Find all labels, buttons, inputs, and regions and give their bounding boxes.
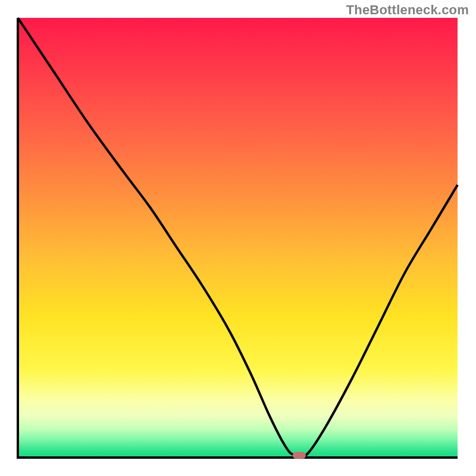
- chart-container: TheBottleneck.com: [0, 0, 476, 476]
- min-marker: [293, 452, 306, 459]
- plot-area: [18, 18, 458, 458]
- watermark-text: TheBottleneck.com: [346, 2, 469, 18]
- bottleneck-chart: [0, 0, 476, 476]
